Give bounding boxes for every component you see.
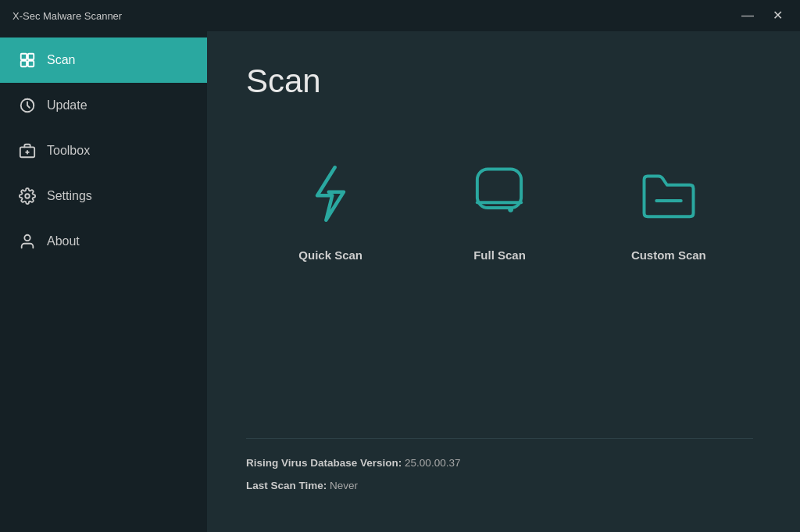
full-scan-icon <box>460 155 538 233</box>
svg-rect-3 <box>28 61 34 66</box>
close-button[interactable]: ✕ <box>768 8 788 23</box>
db-version-value: 25.00.00.37 <box>405 457 460 469</box>
sidebar: Scan Update <box>0 31 207 532</box>
svg-point-9 <box>24 235 30 241</box>
sidebar-item-settings[interactable]: Settings <box>0 173 207 219</box>
info-section: Rising Virus Database Version: 25.00.00.… <box>246 438 753 501</box>
window-controls: — ✕ <box>737 8 788 23</box>
sidebar-label-update: Update <box>47 98 88 112</box>
custom-scan-label: Custom Scan <box>631 248 706 262</box>
last-scan-value: Never <box>330 480 358 491</box>
custom-scan-icon <box>630 155 708 233</box>
about-icon <box>19 233 36 250</box>
svg-rect-2 <box>21 61 27 66</box>
sidebar-item-about[interactable]: About <box>0 219 207 264</box>
content-area: Scan Quick Scan <box>207 31 800 532</box>
custom-scan-card[interactable]: Custom Scan <box>606 139 731 277</box>
quick-scan-label: Quick Scan <box>298 248 362 262</box>
quick-scan-icon <box>291 155 370 233</box>
svg-point-12 <box>509 207 514 212</box>
sidebar-label-scan: Scan <box>47 53 75 67</box>
app-window: X-Sec Malware Scanner — ✕ Scan <box>0 0 800 532</box>
db-version-label: Rising Virus Database Version: <box>246 457 402 469</box>
sidebar-label-toolbox: Toolbox <box>47 144 90 158</box>
full-scan-label: Full Scan <box>473 248 526 262</box>
last-scan-label: Last Scan Time: <box>246 480 327 491</box>
quick-scan-card[interactable]: Quick Scan <box>268 139 393 277</box>
scan-icon <box>19 52 36 69</box>
full-scan-card[interactable]: Full Scan <box>437 139 562 277</box>
page-title: Scan <box>246 62 753 100</box>
sidebar-label-settings: Settings <box>47 189 92 203</box>
app-title: X-Sec Malware Scanner <box>12 10 122 22</box>
titlebar: X-Sec Malware Scanner — ✕ <box>0 0 800 31</box>
sidebar-item-update[interactable]: Update <box>0 83 207 128</box>
toolbox-icon <box>19 142 36 159</box>
minimize-button[interactable]: — <box>737 8 759 23</box>
db-version-line: Rising Virus Database Version: 25.00.00.… <box>246 455 753 472</box>
sidebar-item-toolbox[interactable]: Toolbox <box>0 128 207 173</box>
svg-point-8 <box>25 194 30 198</box>
scan-options: Quick Scan Full Scan <box>246 139 753 438</box>
update-icon <box>19 97 36 114</box>
svg-rect-1 <box>28 54 34 59</box>
last-scan-line: Last Scan Time: Never <box>246 477 753 495</box>
sidebar-item-scan[interactable]: Scan <box>0 37 207 83</box>
sidebar-label-about: About <box>47 234 80 248</box>
settings-icon <box>19 187 36 205</box>
main-content: Scan Update <box>0 31 800 532</box>
svg-rect-0 <box>21 54 27 59</box>
